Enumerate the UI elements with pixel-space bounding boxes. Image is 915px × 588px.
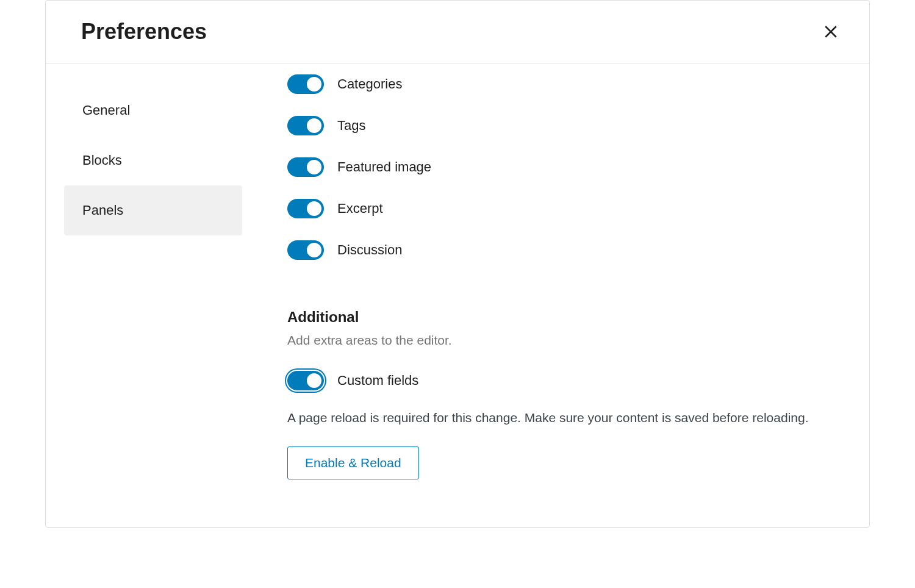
section-title-additional: Additional xyxy=(287,309,839,326)
toggle-row-discussion: Discussion xyxy=(287,229,839,271)
toggle-label: Excerpt xyxy=(337,201,383,217)
sidebar: General Blocks Panels xyxy=(46,63,242,527)
toggle-categories[interactable] xyxy=(287,74,324,94)
toggle-row-custom-fields: Custom fields xyxy=(287,360,839,401)
toggle-label: Tags xyxy=(337,118,365,134)
toggle-label: Discussion xyxy=(337,242,402,258)
sidebar-item-label: Panels xyxy=(82,203,123,218)
sidebar-item-general[interactable]: General xyxy=(64,85,242,135)
sidebar-item-label: General xyxy=(82,102,130,118)
help-text: A page reload is required for this chang… xyxy=(287,407,836,428)
sidebar-item-panels[interactable]: Panels xyxy=(64,185,242,235)
toggle-row-categories: Categories xyxy=(287,63,839,105)
main-content: Categories Tags Featured image Excerpt D… xyxy=(242,63,869,527)
toggle-label: Categories xyxy=(337,76,402,92)
toggle-row-tags: Tags xyxy=(287,105,839,146)
section-description: Add extra areas to the editor. xyxy=(287,333,839,348)
toggle-discussion[interactable] xyxy=(287,240,324,260)
toggle-label: Featured image xyxy=(337,159,431,175)
sidebar-item-label: Blocks xyxy=(82,152,122,168)
toggle-tags[interactable] xyxy=(287,116,324,135)
toggle-custom-fields[interactable] xyxy=(287,371,324,390)
modal-header: Preferences xyxy=(46,1,869,63)
enable-reload-button[interactable]: Enable & Reload xyxy=(287,446,419,479)
preferences-modal: Preferences General Blocks Panels Categ xyxy=(45,0,870,528)
close-button[interactable] xyxy=(817,18,845,46)
close-icon xyxy=(822,23,840,41)
toggle-excerpt[interactable] xyxy=(287,199,324,218)
toggle-featured-image[interactable] xyxy=(287,157,324,177)
sidebar-item-blocks[interactable]: Blocks xyxy=(64,135,242,185)
toggle-row-featured-image: Featured image xyxy=(287,146,839,188)
modal-title: Preferences xyxy=(81,19,207,45)
toggle-row-excerpt: Excerpt xyxy=(287,188,839,229)
toggle-label: Custom fields xyxy=(337,373,418,389)
modal-body: General Blocks Panels Categories Tags xyxy=(46,63,869,527)
